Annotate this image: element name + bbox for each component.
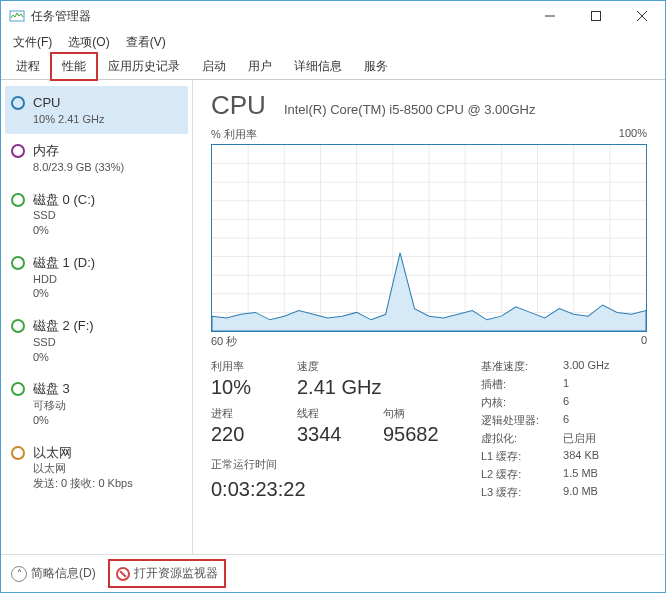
content: CPU10% 2.41 GHz内存8.0/23.9 GB (33%)磁盘 0 (… — [1, 80, 665, 554]
chart-xmin: 0 — [641, 334, 647, 349]
cpu-stats: 利用率 10% 速度 2.41 GHz 进程 220 — [211, 359, 647, 501]
open-resource-monitor-button[interactable]: 打开资源监视器 — [110, 561, 224, 586]
chart-ymax: 100% — [619, 127, 647, 142]
label-utilization: 利用率 — [211, 359, 279, 374]
sidebar-item-sub: 以太网 — [33, 461, 133, 476]
label-basespeed: 基准速度: — [481, 359, 539, 374]
label-uptime: 正常运行时间 — [211, 457, 451, 472]
sidebar-item-1[interactable]: 内存8.0/23.9 GB (33%) — [5, 134, 188, 182]
label-cores: 内核: — [481, 395, 539, 410]
tab-apphistory[interactable]: 应用历史记录 — [97, 53, 191, 80]
cpu-stats-left: 利用率 10% 速度 2.41 GHz 进程 220 — [211, 359, 451, 501]
activity-ring-icon — [11, 144, 25, 158]
tab-services[interactable]: 服务 — [353, 53, 399, 80]
tab-strip: 进程 性能 应用历史记录 启动 用户 详细信息 服务 — [1, 53, 665, 80]
value-speed: 2.41 GHz — [297, 374, 381, 400]
chevron-up-icon: ˄ — [11, 566, 27, 582]
label-speed: 速度 — [297, 359, 381, 374]
cpu-panel: CPU Intel(R) Core(TM) i5-8500 CPU @ 3.00… — [193, 80, 665, 554]
sidebar-item-sub2: 发送: 0 接收: 0 Kbps — [33, 476, 133, 491]
value-processes: 220 — [211, 421, 279, 447]
chart-footer: 60 秒 0 — [211, 334, 647, 349]
value-sockets: 1 — [563, 377, 609, 392]
stat-row-1: 利用率 10% 速度 2.41 GHz — [211, 359, 451, 400]
value-virt: 已启用 — [563, 431, 609, 446]
window-buttons — [527, 1, 665, 31]
sidebar-item-sub: SSD — [33, 208, 95, 223]
stat-threads: 线程 3344 — [297, 406, 365, 447]
sidebar-item-4[interactable]: 磁盘 2 (F:)SSD0% — [5, 309, 188, 372]
open-resource-monitor-label: 打开资源监视器 — [134, 565, 218, 582]
menu-view[interactable]: 查看(V) — [118, 32, 174, 53]
sidebar-item-title: CPU — [33, 94, 105, 112]
label-logical: 逻辑处理器: — [481, 413, 539, 428]
menu-file[interactable]: 文件(F) — [5, 32, 60, 53]
activity-ring-icon — [11, 382, 25, 396]
status-bar: ˄ 简略信息(D) 打开资源监视器 — [1, 554, 665, 592]
sidebar-item-sub: 10% 2.41 GHz — [33, 112, 105, 127]
resource-monitor-icon — [116, 567, 130, 581]
cpu-header: CPU Intel(R) Core(TM) i5-8500 CPU @ 3.00… — [211, 90, 647, 121]
activity-ring-icon — [11, 319, 25, 333]
label-l3: L3 缓存: — [481, 485, 539, 500]
performance-sidebar: CPU10% 2.41 GHz内存8.0/23.9 GB (33%)磁盘 0 (… — [1, 80, 193, 554]
sidebar-item-3[interactable]: 磁盘 1 (D:)HDD0% — [5, 246, 188, 309]
sidebar-item-2[interactable]: 磁盘 0 (C:)SSD0% — [5, 183, 188, 246]
label-processes: 进程 — [211, 406, 279, 421]
value-l1: 384 KB — [563, 449, 609, 464]
sidebar-item-title: 磁盘 0 (C:) — [33, 191, 95, 209]
tab-startup[interactable]: 启动 — [191, 53, 237, 80]
sidebar-item-sub: SSD — [33, 335, 94, 350]
close-button[interactable] — [619, 1, 665, 31]
sidebar-item-sub: 8.0/23.9 GB (33%) — [33, 160, 124, 175]
sidebar-item-sub2: 0% — [33, 413, 70, 428]
minimize-button[interactable] — [527, 1, 573, 31]
sidebar-item-5[interactable]: 磁盘 3可移动0% — [5, 372, 188, 435]
sidebar-item-title: 内存 — [33, 142, 124, 160]
label-l2: L2 缓存: — [481, 467, 539, 482]
sidebar-item-sub: 可移动 — [33, 398, 70, 413]
label-threads: 线程 — [297, 406, 365, 421]
sidebar-item-title: 磁盘 1 (D:) — [33, 254, 95, 272]
cpu-utilization-chart[interactable] — [211, 144, 647, 332]
sidebar-item-title: 磁盘 3 — [33, 380, 70, 398]
sidebar-item-title: 磁盘 2 (F:) — [33, 317, 94, 335]
cpu-title: CPU — [211, 90, 266, 121]
tab-processes[interactable]: 进程 — [5, 53, 51, 80]
sidebar-item-6[interactable]: 以太网以太网发送: 0 接收: 0 Kbps — [5, 436, 188, 499]
value-handles: 95682 — [383, 421, 451, 447]
activity-ring-icon — [11, 193, 25, 207]
sidebar-item-sub2: 0% — [33, 286, 95, 301]
task-manager-window: 任务管理器 文件(F) 选项(O) 查看(V) 进程 性能 应用历史记录 启动 … — [0, 0, 666, 593]
label-virt: 虚拟化: — [481, 431, 539, 446]
cpu-model: Intel(R) Core(TM) i5-8500 CPU @ 3.00GHz — [284, 102, 536, 117]
chart-ylabel: % 利用率 — [211, 127, 257, 142]
stat-handles: 句柄 95682 — [383, 406, 451, 447]
tab-performance[interactable]: 性能 — [51, 53, 97, 80]
menubar: 文件(F) 选项(O) 查看(V) — [1, 31, 665, 53]
sidebar-item-sub: HDD — [33, 272, 95, 287]
sidebar-item-title: 以太网 — [33, 444, 133, 462]
titlebar: 任务管理器 — [1, 1, 665, 31]
tab-users[interactable]: 用户 — [237, 53, 283, 80]
value-logical: 6 — [563, 413, 609, 428]
stat-utilization: 利用率 10% — [211, 359, 279, 400]
chart-header: % 利用率 100% — [211, 127, 647, 142]
value-utilization: 10% — [211, 374, 279, 400]
label-handles: 句柄 — [383, 406, 451, 421]
activity-ring-icon — [11, 446, 25, 460]
fewer-details-label: 简略信息(D) — [31, 565, 96, 582]
fewer-details-button[interactable]: ˄ 简略信息(D) — [11, 565, 96, 582]
stat-processes: 进程 220 — [211, 406, 279, 447]
sidebar-item-sub2: 0% — [33, 350, 94, 365]
stat-row-2: 进程 220 线程 3344 句柄 95682 — [211, 406, 451, 447]
value-l2: 1.5 MB — [563, 467, 609, 482]
cpu-kv-grid: 基准速度:3.00 GHz 插槽:1 内核:6 逻辑处理器:6 虚拟化:已启用 … — [481, 359, 610, 501]
value-cores: 6 — [563, 395, 609, 410]
value-l3: 9.0 MB — [563, 485, 609, 500]
activity-ring-icon — [11, 96, 25, 110]
menu-options[interactable]: 选项(O) — [60, 32, 117, 53]
maximize-button[interactable] — [573, 1, 619, 31]
sidebar-item-0[interactable]: CPU10% 2.41 GHz — [5, 86, 188, 134]
tab-details[interactable]: 详细信息 — [283, 53, 353, 80]
